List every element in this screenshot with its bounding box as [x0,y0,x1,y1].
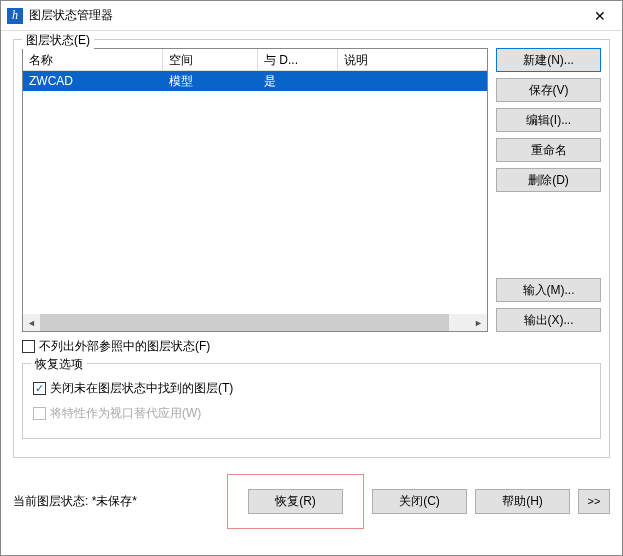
col-desc[interactable]: 说明 [338,49,487,70]
layer-state-group: 图层状态(E) 名称 空间 与 D... 说明 ZWCAD 模型 是 [13,39,610,458]
side-buttons: 新建(N)... 保存(V) 编辑(I)... 重命名 删除(D) 输入(M).… [496,48,601,332]
scroll-track[interactable] [40,314,470,331]
vp-override-checkbox [33,407,46,420]
table-row[interactable]: ZWCAD 模型 是 [23,71,487,91]
bottom-bar: 当前图层状态: *未保存* 恢复(R) 关闭(C) 帮助(H) >> [1,474,622,541]
no-xref-row[interactable]: 不列出外部参照中的图层状态(F) [22,338,601,355]
table-header: 名称 空间 与 D... 说明 [23,49,487,71]
restore-button[interactable]: 恢复(R) [248,489,343,514]
export-button[interactable]: 输出(X)... [496,308,601,332]
edit-button[interactable]: 编辑(I)... [496,108,601,132]
layer-state-legend: 图层状态(E) [22,32,94,49]
col-name[interactable]: 名称 [23,49,163,70]
help-button[interactable]: 帮助(H) [475,489,570,514]
scroll-thumb[interactable] [40,314,449,331]
new-button[interactable]: 新建(N)... [496,48,601,72]
no-xref-checkbox[interactable] [22,340,35,353]
no-xref-label: 不列出外部参照中的图层状态(F) [39,338,210,355]
layer-state-table[interactable]: 名称 空间 与 D... 说明 ZWCAD 模型 是 ◄ [22,48,488,332]
restore-highlight: 恢复(R) [227,474,364,529]
cell-withd: 是 [258,71,338,92]
cell-name: ZWCAD [23,72,163,90]
close-button[interactable]: 关闭(C) [372,489,467,514]
horizontal-scrollbar[interactable]: ◄ ► [23,314,487,331]
delete-button[interactable]: 删除(D) [496,168,601,192]
save-button[interactable]: 保存(V) [496,78,601,102]
cell-desc [338,79,487,83]
rename-button[interactable]: 重命名 [496,138,601,162]
titlebar: h 图层状态管理器 ✕ [1,1,622,31]
restore-options-group: 恢复选项 关闭未在图层状态中找到的图层(T) 将特性作为视口替代应用(W) [22,363,601,439]
status-label: 当前图层状态: [13,494,92,508]
expand-button[interactable]: >> [578,489,610,514]
close-missing-label: 关闭未在图层状态中找到的图层(T) [50,380,233,397]
status-value: *未保存* [92,494,137,508]
import-button[interactable]: 输入(M)... [496,278,601,302]
close-missing-row[interactable]: 关闭未在图层状态中找到的图层(T) [33,380,590,397]
table-body: ZWCAD 模型 是 [23,71,487,314]
restore-options-legend: 恢复选项 [31,356,87,373]
close-icon[interactable]: ✕ [578,1,622,31]
col-space[interactable]: 空间 [163,49,258,70]
current-state-status: 当前图层状态: *未保存* [13,493,219,510]
vp-override-row: 将特性作为视口替代应用(W) [33,405,590,422]
vp-override-label: 将特性作为视口替代应用(W) [50,405,201,422]
scroll-right-icon[interactable]: ► [470,314,487,331]
scroll-left-icon[interactable]: ◄ [23,314,40,331]
window-title: 图层状态管理器 [29,7,578,24]
app-icon: h [7,8,23,24]
close-missing-checkbox[interactable] [33,382,46,395]
col-withd[interactable]: 与 D... [258,49,338,70]
cell-space: 模型 [163,71,258,92]
